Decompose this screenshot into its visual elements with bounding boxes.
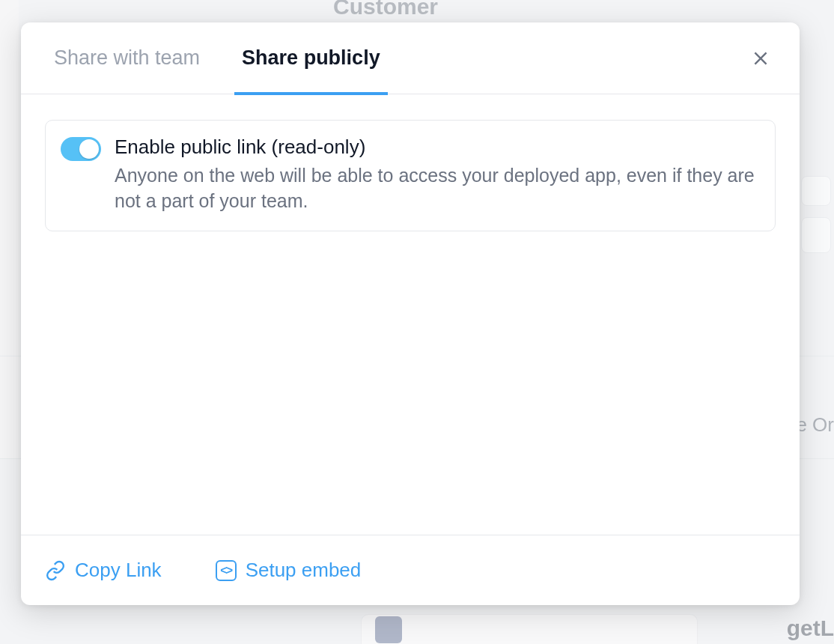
code-icon: <> xyxy=(216,560,237,581)
bg-title-fragment: Customer xyxy=(333,0,438,19)
enable-public-link-toggle[interactable] xyxy=(61,137,101,161)
share-modal: Share with team Share publicly Enable pu… xyxy=(21,22,800,605)
bg-right-fragment: e Or xyxy=(796,413,834,437)
close-button[interactable] xyxy=(747,45,774,72)
tab-share-public[interactable]: Share publicly xyxy=(242,22,380,94)
setup-embed-label: Setup embed xyxy=(246,559,362,582)
copy-link-label: Copy Link xyxy=(75,559,162,582)
card-title: Enable public link (read-only) xyxy=(115,136,758,159)
tab-share-team[interactable]: Share with team xyxy=(54,22,200,94)
setup-embed-button[interactable]: <> Setup embed xyxy=(216,559,362,582)
copy-link-button[interactable]: Copy Link xyxy=(45,559,162,582)
modal-header: Share with team Share publicly xyxy=(21,22,800,94)
public-link-card: Enable public link (read-only) Anyone on… xyxy=(45,120,776,231)
modal-footer: Copy Link <> Setup embed xyxy=(21,535,800,605)
modal-body: Enable public link (read-only) Anyone on… xyxy=(21,94,800,535)
bg-bottom-fragment: getL xyxy=(787,616,834,641)
link-icon xyxy=(45,560,66,581)
card-description: Anyone on the web will be able to access… xyxy=(115,163,758,214)
close-icon xyxy=(751,49,770,68)
